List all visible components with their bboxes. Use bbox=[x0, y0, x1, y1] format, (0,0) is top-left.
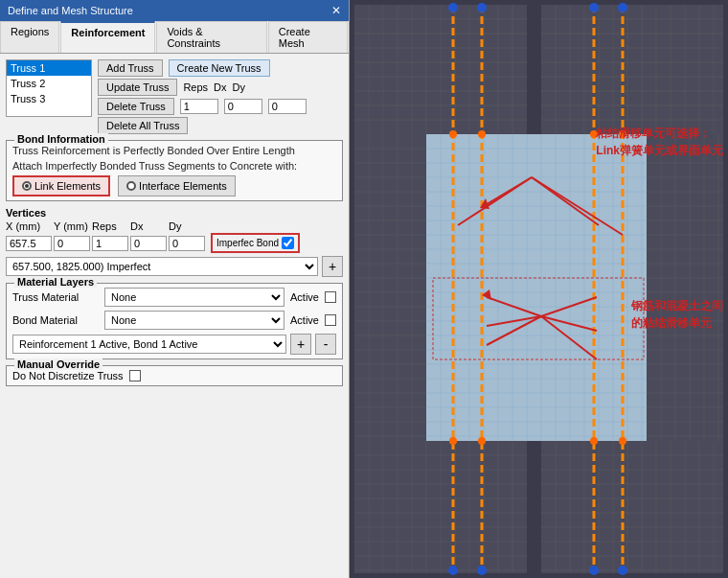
tab-create-mesh[interactable]: Create Mesh bbox=[268, 21, 348, 53]
interface-radio bbox=[126, 181, 136, 191]
discretize-label: Do Not Discretize Truss bbox=[12, 370, 124, 381]
delete-all-truss-button[interactable]: Delete All Truss bbox=[98, 117, 188, 134]
svg-point-192 bbox=[477, 3, 487, 12]
link-elements-button[interactable]: Link Elements bbox=[12, 175, 110, 197]
bond-material-label: Bond Material bbox=[12, 314, 99, 326]
truss-material-select[interactable]: None bbox=[104, 288, 284, 307]
svg-rect-21 bbox=[541, 5, 723, 134]
bond-info-label: Bond Information bbox=[14, 133, 108, 145]
vertices-header: Vertices bbox=[6, 207, 343, 219]
dx-label: Dx bbox=[214, 81, 226, 93]
create-new-truss-button[interactable]: Create New Truss bbox=[169, 59, 270, 77]
dy-label: Dy bbox=[233, 81, 245, 93]
svg-rect-80 bbox=[647, 134, 723, 441]
right-panel: 粘结滑移单元可选择：Link弹簧单元或界面单元 钢筋和混凝土之间的粘结滑移单元 bbox=[350, 0, 728, 578]
dy-v-label: Dy bbox=[169, 220, 205, 232]
tab-voids[interactable]: Voids & Constraints bbox=[156, 21, 266, 53]
bond-buttons: Link Elements Interface Elements bbox=[12, 175, 336, 197]
dx-v-input[interactable] bbox=[130, 236, 167, 251]
tab-regions[interactable]: Regions bbox=[0, 21, 59, 53]
y-label: Y (mm) bbox=[54, 220, 90, 232]
tab-reinforcement[interactable]: Reinforcement bbox=[60, 21, 155, 53]
dx-input[interactable] bbox=[224, 99, 262, 114]
bond-active-label: Active bbox=[290, 314, 319, 326]
reinf-select-row: Reinforcement 1 Active, Bond 1 Active + … bbox=[12, 334, 336, 355]
truss-material-row: Truss Material None Active bbox=[12, 288, 336, 307]
vertices-labels: X (mm) Y (mm) Reps Dx Dy bbox=[6, 220, 343, 232]
discretize-checkbox[interactable] bbox=[129, 370, 141, 381]
interface-elements-label: Interface Elements bbox=[139, 180, 227, 192]
interface-elements-button[interactable]: Interface Elements bbox=[118, 175, 236, 197]
reps-input[interactable] bbox=[180, 99, 218, 114]
svg-rect-79 bbox=[354, 134, 426, 441]
svg-point-200 bbox=[478, 130, 486, 138]
vertex-select[interactable]: 657.500, 1825.000) Imperfect bbox=[6, 257, 318, 276]
reinf-status-select[interactable]: Reinforcement 1 Active, Bond 1 Active bbox=[12, 335, 286, 354]
reps-label: Reps bbox=[183, 81, 208, 93]
link-radio bbox=[22, 181, 32, 191]
dy-v-input[interactable] bbox=[169, 236, 205, 251]
link-elements-label: Link Elements bbox=[34, 180, 101, 192]
delete-truss-button[interactable]: Delete Truss bbox=[98, 98, 174, 115]
svg-point-198 bbox=[618, 566, 627, 575]
reinf-remove-button[interactable]: - bbox=[315, 334, 336, 355]
title-bar: Define and Mesh Structure ✕ bbox=[0, 0, 349, 21]
annotation-1: 粘结滑移单元可选择：Link弹簧单元或界面单元 bbox=[596, 125, 723, 159]
vertices-section: Vertices X (mm) Y (mm) Reps Dx Dy Imperf… bbox=[6, 207, 343, 277]
material-layers-group: Material Layers Truss Material None Acti… bbox=[6, 283, 343, 359]
vertex-row2: 657.500, 1825.000) Imperfect + bbox=[6, 256, 343, 277]
manual-override-label: Manual Override bbox=[14, 358, 102, 370]
close-button[interactable]: ✕ bbox=[331, 4, 341, 17]
truss-section: Truss 1 Truss 2 Truss 3 Add Truss Create… bbox=[6, 59, 343, 134]
svg-point-191 bbox=[448, 3, 458, 12]
left-panel: Define and Mesh Structure ✕ Regions Rein… bbox=[0, 0, 350, 578]
x-label: X (mm) bbox=[6, 220, 52, 232]
imperfect-box: Imperfec Bond bbox=[211, 233, 300, 253]
bond-text-2: Attach Imperfectly Bonded Truss Segments… bbox=[12, 160, 336, 172]
svg-point-193 bbox=[589, 3, 599, 12]
add-truss-button[interactable]: Add Truss bbox=[98, 59, 163, 77]
imperfect-label: Imperfec Bond bbox=[216, 238, 279, 249]
truss-list-item-2[interactable]: Truss 2 bbox=[7, 76, 91, 91]
svg-point-196 bbox=[477, 566, 487, 575]
truss-list[interactable]: Truss 1 Truss 2 Truss 3 bbox=[6, 59, 92, 117]
bond-material-row: Bond Material None Active bbox=[12, 311, 336, 330]
x-input[interactable] bbox=[6, 236, 52, 251]
dx-v-label: Dx bbox=[130, 220, 167, 232]
imperfect-checkbox[interactable] bbox=[282, 237, 294, 249]
bond-active-checkbox[interactable] bbox=[325, 314, 336, 326]
reps-v-input[interactable] bbox=[92, 236, 128, 251]
dy-input[interactable] bbox=[268, 99, 307, 114]
y-input[interactable] bbox=[54, 236, 90, 251]
svg-point-206 bbox=[619, 437, 626, 445]
reinf-add-button[interactable]: + bbox=[290, 334, 311, 355]
mesh-visualization bbox=[350, 0, 728, 578]
svg-rect-133 bbox=[541, 441, 723, 573]
truss-list-item-1[interactable]: Truss 1 bbox=[7, 60, 91, 76]
annotation-2: 钢筋和混凝土之间的粘结滑移单元 bbox=[631, 297, 723, 332]
update-truss-button[interactable]: Update Truss bbox=[98, 79, 177, 96]
svg-point-204 bbox=[478, 437, 486, 445]
svg-point-194 bbox=[618, 3, 627, 12]
reps-v-label: Reps bbox=[92, 220, 128, 232]
bond-text-1: Truss Reinforcement is Perfectly Bonded … bbox=[12, 145, 336, 156]
vertices-inputs: Imperfec Bond bbox=[6, 233, 343, 253]
truss-active-label: Active bbox=[290, 291, 319, 303]
override-row: Do Not Discretize Truss bbox=[12, 370, 336, 381]
svg-point-203 bbox=[449, 437, 457, 445]
bond-information-group: Bond Information Truss Reinforcement is … bbox=[6, 140, 343, 201]
bond-material-select[interactable]: None bbox=[104, 311, 284, 330]
tab-bar: Regions Reinforcement Voids & Constraint… bbox=[0, 21, 349, 54]
material-layers-label: Material Layers bbox=[14, 276, 97, 288]
svg-point-199 bbox=[449, 130, 457, 138]
manual-override-group: Manual Override Do Not Discretize Truss bbox=[6, 365, 343, 386]
svg-point-205 bbox=[590, 437, 598, 445]
svg-point-195 bbox=[448, 566, 458, 575]
truss-active-checkbox[interactable] bbox=[325, 291, 336, 303]
truss-material-label: Truss Material bbox=[12, 291, 99, 303]
truss-list-item-3[interactable]: Truss 3 bbox=[7, 91, 91, 106]
add-vertex-button[interactable]: + bbox=[322, 256, 343, 277]
svg-point-197 bbox=[589, 566, 599, 575]
panel-content: Truss 1 Truss 2 Truss 3 Add Truss Create… bbox=[0, 54, 349, 578]
window-title: Define and Mesh Structure bbox=[8, 5, 133, 16]
